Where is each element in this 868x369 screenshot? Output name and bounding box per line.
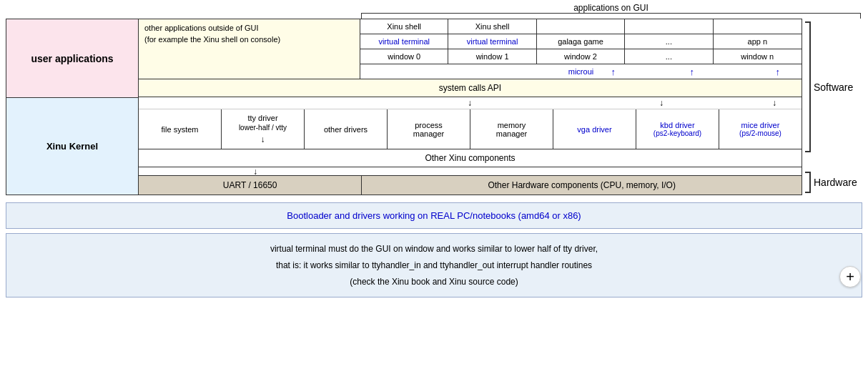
xinu-kernel-box: Xinu Kernel xyxy=(6,98,139,195)
diagram-box: user applications Xinu Kernel other appl… xyxy=(6,19,802,195)
mice-driver-cell: mice driver (ps/2-mouse) xyxy=(719,109,802,149)
gui-cell-win1: window 1 xyxy=(448,49,536,64)
uart-cell: UART / 16650 xyxy=(139,176,362,195)
hardware-row: UART / 16650 Other Hardware components (… xyxy=(139,176,802,195)
arrows-row: ↓ ↓ ↓ xyxy=(139,97,802,109)
tty-sublabel: lower-half / vtty xyxy=(239,124,287,132)
process-manager-cell: process manager xyxy=(388,109,470,149)
uart-arrow-row: ↓ xyxy=(139,167,802,176)
microui-row: microui ↑ ↑ ↑ xyxy=(360,64,802,79)
memory-manager-cell: memory manager xyxy=(470,109,553,149)
other-xinu-row: Other Xinu components xyxy=(139,149,802,167)
gui-apps-area: Xinu shell Xinu shell virtu xyxy=(360,19,802,79)
other-apps-line1: other applications outside of GUI xyxy=(144,24,354,32)
file-system-cell: file system xyxy=(139,109,222,149)
gui-cell-ellipsis-2: ... xyxy=(625,49,713,64)
gui-cell-xinu-shell-1: Xinu shell xyxy=(360,19,448,34)
gui-cell-empty-3 xyxy=(714,19,802,34)
gui-cell-galaga: galaga game xyxy=(537,34,625,49)
gui-cell-appn: app n xyxy=(714,34,802,49)
info-box: virtual terminal must do the GUI on wind… xyxy=(6,233,862,297)
top-section: other applications outside of GUI (for e… xyxy=(139,19,802,79)
info-line3: (check the Xinu book and Xinu source cod… xyxy=(18,274,850,290)
gui-cell-empty-1 xyxy=(537,19,625,34)
system-calls-row: system calls API xyxy=(139,79,802,97)
hardware-label: Hardware xyxy=(814,177,857,188)
tty-driver-cell: tty driver lower-half / vtty ↓ xyxy=(222,109,305,149)
info-line2: that is: it works similar to ttyhandler_… xyxy=(18,257,850,274)
drivers-row: file system tty driver lower-half / vtty… xyxy=(139,109,802,149)
other-drivers-cell: other drivers xyxy=(305,109,388,149)
info-line1: virtual terminal must do the GUI on wind… xyxy=(18,241,850,257)
bootloader-box: Bootloader and drivers working on REAL P… xyxy=(6,202,862,229)
gui-cell-winn: window n xyxy=(714,49,802,64)
user-applications-box: user applications xyxy=(6,19,139,98)
gui-cell-xinu-shell-2: Xinu shell xyxy=(448,19,536,34)
gui-cell-win2: window 2 xyxy=(537,49,625,64)
gui-cell-empty-2 xyxy=(625,19,713,34)
other-hw-cell: Other Hardware components (CPU, memory, … xyxy=(362,176,802,195)
gui-cell-win0: window 0 xyxy=(360,49,448,64)
other-apps-line2: (for example the Xinu shell on console) xyxy=(144,35,354,44)
gui-cell-ellipsis-1: ... xyxy=(625,34,713,49)
vga-driver-cell: vga driver xyxy=(553,109,636,149)
applications-on-gui-label: applications on GUI xyxy=(573,3,648,13)
kbd-driver-cell: kbd driver (ps2-keyboard) xyxy=(636,109,719,149)
other-apps-box: other applications outside of GUI (for e… xyxy=(139,19,360,79)
gui-cell-vterm-1: virtual terminal xyxy=(360,34,448,49)
software-label: Software xyxy=(814,82,853,93)
gui-cell-vterm-2: virtual terminal xyxy=(448,34,536,49)
right-labels: Software Hardware xyxy=(805,19,862,195)
